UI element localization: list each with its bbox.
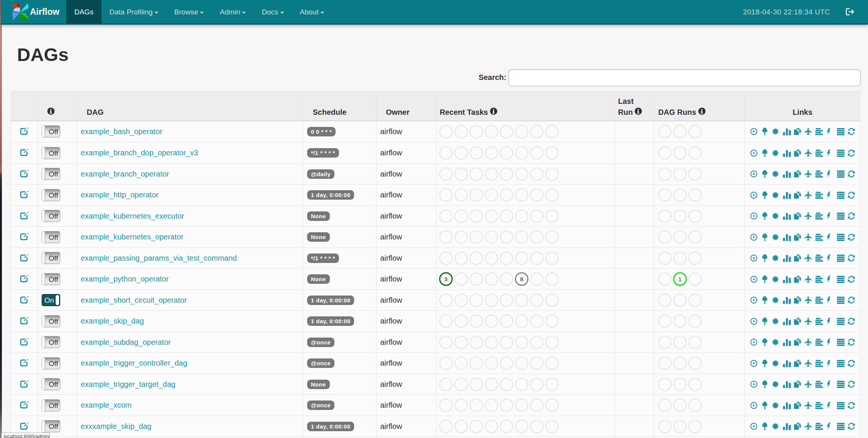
- svg-text:3: 3: [444, 276, 447, 282]
- svg-text:8: 8: [520, 276, 523, 282]
- svg-text:1: 1: [678, 276, 681, 282]
